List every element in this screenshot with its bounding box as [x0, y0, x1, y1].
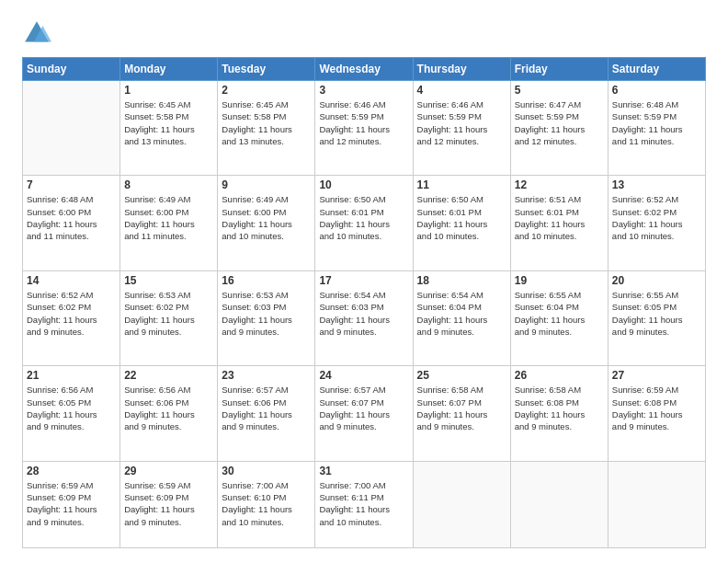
cell-info: Sunrise: 6:46 AMSunset: 5:59 PMDaylight:…	[319, 98, 408, 147]
day-number: 11	[417, 178, 506, 191]
calendar-cell: 11Sunrise: 6:50 AMSunset: 6:01 PMDayligh…	[413, 176, 510, 270]
calendar-cell: 29Sunrise: 6:59 AMSunset: 6:09 PMDayligh…	[120, 461, 218, 547]
cell-info: Sunrise: 6:48 AMSunset: 6:00 PMDaylight:…	[27, 193, 116, 242]
calendar-cell: 17Sunrise: 6:54 AMSunset: 6:03 PMDayligh…	[315, 270, 413, 365]
day-number: 4	[417, 84, 506, 97]
cell-info: Sunrise: 6:57 AMSunset: 6:07 PMDaylight:…	[319, 384, 408, 432]
weekday-header-sunday: Sunday	[23, 58, 120, 81]
calendar-cell: 15Sunrise: 6:53 AMSunset: 6:02 PMDayligh…	[120, 270, 218, 365]
weekday-header-monday: Monday	[120, 58, 218, 81]
cell-info: Sunrise: 6:57 AMSunset: 6:06 PMDaylight:…	[222, 384, 311, 432]
day-number: 21	[27, 369, 116, 382]
cell-info: Sunrise: 6:56 AMSunset: 6:06 PMDaylight:…	[124, 384, 213, 432]
calendar-cell: 2Sunrise: 6:45 AMSunset: 5:58 PMDaylight…	[218, 81, 315, 176]
calendar-cell: 27Sunrise: 6:59 AMSunset: 6:08 PMDayligh…	[608, 366, 705, 461]
calendar-cell: 26Sunrise: 6:58 AMSunset: 6:08 PMDayligh…	[510, 366, 608, 461]
calendar-cell: 20Sunrise: 6:55 AMSunset: 6:05 PMDayligh…	[608, 270, 705, 365]
day-number: 28	[27, 465, 116, 477]
day-number: 18	[417, 274, 506, 287]
cell-info: Sunrise: 6:50 AMSunset: 6:01 PMDaylight:…	[417, 193, 506, 242]
day-number: 26	[515, 369, 604, 382]
cell-info: Sunrise: 6:55 AMSunset: 6:04 PMDaylight:…	[515, 289, 604, 338]
calendar-cell: 28Sunrise: 6:59 AMSunset: 6:09 PMDayligh…	[23, 461, 120, 547]
header	[22, 18, 706, 48]
cell-info: Sunrise: 6:55 AMSunset: 6:05 PMDaylight:…	[612, 289, 701, 338]
calendar-cell	[608, 461, 705, 547]
calendar-cell: 10Sunrise: 6:50 AMSunset: 6:01 PMDayligh…	[315, 176, 413, 270]
cell-info: Sunrise: 6:49 AMSunset: 6:00 PMDaylight:…	[124, 193, 213, 242]
day-number: 23	[222, 369, 311, 382]
cell-info: Sunrise: 6:59 AMSunset: 6:08 PMDaylight:…	[612, 384, 701, 432]
cell-info: Sunrise: 7:00 AMSunset: 6:10 PMDaylight:…	[222, 479, 311, 528]
calendar-cell: 9Sunrise: 6:49 AMSunset: 6:00 PMDaylight…	[218, 176, 315, 270]
calendar-cell: 6Sunrise: 6:48 AMSunset: 5:59 PMDaylight…	[608, 81, 705, 176]
weekday-header-tuesday: Tuesday	[218, 58, 315, 81]
day-number: 27	[612, 369, 701, 382]
cell-info: Sunrise: 6:58 AMSunset: 6:07 PMDaylight:…	[417, 384, 506, 432]
cell-info: Sunrise: 6:51 AMSunset: 6:01 PMDaylight:…	[515, 193, 604, 242]
day-number: 15	[124, 274, 213, 287]
calendar-cell: 3Sunrise: 6:46 AMSunset: 5:59 PMDaylight…	[315, 81, 413, 176]
weekday-header-saturday: Saturday	[608, 58, 705, 81]
cell-info: Sunrise: 7:00 AMSunset: 6:11 PMDaylight:…	[319, 479, 408, 528]
calendar-week-row: 1Sunrise: 6:45 AMSunset: 5:58 PMDaylight…	[23, 81, 706, 176]
day-number: 29	[124, 465, 213, 477]
cell-info: Sunrise: 6:53 AMSunset: 6:02 PMDaylight:…	[124, 289, 213, 338]
calendar-cell: 7Sunrise: 6:48 AMSunset: 6:00 PMDaylight…	[23, 176, 120, 270]
calendar-cell: 25Sunrise: 6:58 AMSunset: 6:07 PMDayligh…	[413, 366, 510, 461]
day-number: 1	[124, 84, 213, 97]
day-number: 14	[27, 274, 116, 287]
calendar-cell: 30Sunrise: 7:00 AMSunset: 6:10 PMDayligh…	[218, 461, 315, 547]
calendar-cell: 21Sunrise: 6:56 AMSunset: 6:05 PMDayligh…	[23, 366, 120, 461]
cell-info: Sunrise: 6:50 AMSunset: 6:01 PMDaylight:…	[319, 193, 408, 242]
calendar-cell	[413, 461, 510, 547]
cell-info: Sunrise: 6:58 AMSunset: 6:08 PMDaylight:…	[515, 384, 604, 432]
calendar-cell: 23Sunrise: 6:57 AMSunset: 6:06 PMDayligh…	[218, 366, 315, 461]
calendar-cell: 16Sunrise: 6:53 AMSunset: 6:03 PMDayligh…	[218, 270, 315, 365]
weekday-header-thursday: Thursday	[413, 58, 510, 81]
logo	[22, 18, 55, 48]
calendar-cell: 18Sunrise: 6:54 AMSunset: 6:04 PMDayligh…	[413, 270, 510, 365]
day-number: 12	[515, 178, 604, 191]
cell-info: Sunrise: 6:47 AMSunset: 5:59 PMDaylight:…	[515, 98, 604, 147]
cell-info: Sunrise: 6:59 AMSunset: 6:09 PMDaylight:…	[27, 479, 116, 528]
day-number: 19	[515, 274, 604, 287]
day-number: 7	[27, 178, 116, 191]
day-number: 6	[612, 84, 701, 97]
calendar-cell: 4Sunrise: 6:46 AMSunset: 5:59 PMDaylight…	[413, 81, 510, 176]
logo-icon	[22, 18, 51, 48]
day-number: 20	[612, 274, 701, 287]
day-number: 3	[319, 84, 408, 97]
day-number: 24	[319, 369, 408, 382]
calendar-table: SundayMondayTuesdayWednesdayThursdayFrid…	[22, 57, 706, 548]
calendar-cell: 22Sunrise: 6:56 AMSunset: 6:06 PMDayligh…	[120, 366, 218, 461]
day-number: 22	[124, 369, 213, 382]
day-number: 25	[417, 369, 506, 382]
calendar-week-row: 28Sunrise: 6:59 AMSunset: 6:09 PMDayligh…	[23, 461, 706, 547]
day-number: 17	[319, 274, 408, 287]
cell-info: Sunrise: 6:53 AMSunset: 6:03 PMDaylight:…	[222, 289, 311, 338]
calendar-cell: 5Sunrise: 6:47 AMSunset: 5:59 PMDaylight…	[510, 81, 608, 176]
cell-info: Sunrise: 6:46 AMSunset: 5:59 PMDaylight:…	[417, 98, 506, 147]
calendar-cell: 12Sunrise: 6:51 AMSunset: 6:01 PMDayligh…	[510, 176, 608, 270]
calendar-cell: 24Sunrise: 6:57 AMSunset: 6:07 PMDayligh…	[315, 366, 413, 461]
day-number: 31	[319, 465, 408, 477]
weekday-header-wednesday: Wednesday	[315, 58, 413, 81]
cell-info: Sunrise: 6:45 AMSunset: 5:58 PMDaylight:…	[124, 98, 213, 147]
calendar-cell: 1Sunrise: 6:45 AMSunset: 5:58 PMDaylight…	[120, 81, 218, 176]
cell-info: Sunrise: 6:49 AMSunset: 6:00 PMDaylight:…	[222, 193, 311, 242]
calendar-cell	[23, 81, 120, 176]
weekday-header-friday: Friday	[510, 58, 608, 81]
calendar-week-row: 7Sunrise: 6:48 AMSunset: 6:00 PMDaylight…	[23, 176, 706, 270]
calendar-cell: 13Sunrise: 6:52 AMSunset: 6:02 PMDayligh…	[608, 176, 705, 270]
calendar-cell: 19Sunrise: 6:55 AMSunset: 6:04 PMDayligh…	[510, 270, 608, 365]
cell-info: Sunrise: 6:48 AMSunset: 5:59 PMDaylight:…	[612, 98, 701, 147]
cell-info: Sunrise: 6:56 AMSunset: 6:05 PMDaylight:…	[27, 384, 116, 432]
calendar-cell: 14Sunrise: 6:52 AMSunset: 6:02 PMDayligh…	[23, 270, 120, 365]
cell-info: Sunrise: 6:59 AMSunset: 6:09 PMDaylight:…	[124, 479, 213, 528]
day-number: 16	[222, 274, 311, 287]
day-number: 10	[319, 178, 408, 191]
day-number: 13	[612, 178, 701, 191]
day-number: 2	[222, 84, 311, 97]
cell-info: Sunrise: 6:45 AMSunset: 5:58 PMDaylight:…	[222, 98, 311, 147]
